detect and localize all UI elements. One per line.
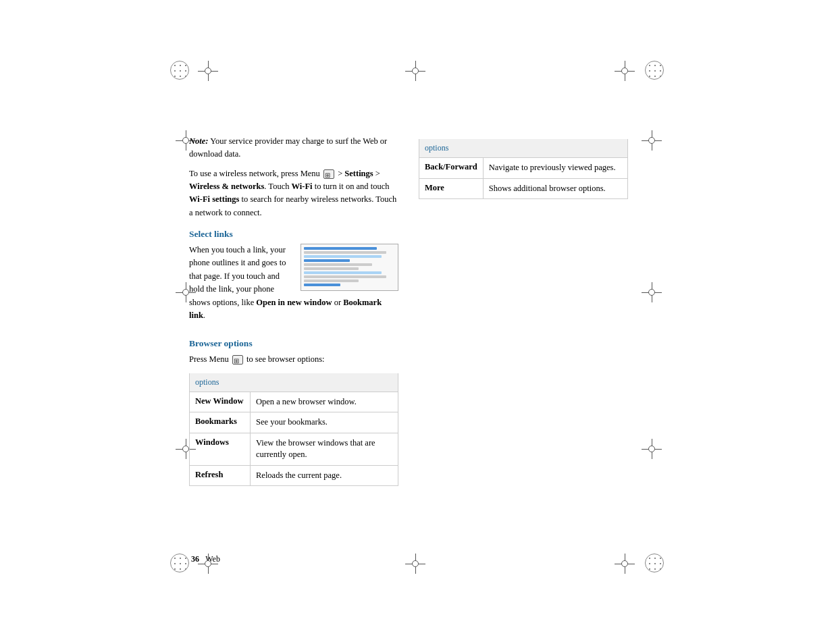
open-new-window-bold: Open in new window [256, 298, 332, 307]
page-container: Note: Your service provider may charge t… [0, 0, 834, 644]
table-row: More Shows additional browser options. [419, 178, 628, 199]
row-name: Windows [190, 433, 251, 465]
reg-mark-top-r [615, 61, 635, 81]
row-desc: See your bookmarks. [251, 412, 398, 433]
table-row: New Window Open a new browser window. [190, 392, 398, 412]
wireless-text: To use a wireless network, press Menu > … [189, 167, 398, 220]
settings-bold: Settings [344, 169, 373, 178]
row-name: Back/Forward [419, 158, 484, 179]
row-name: Refresh [190, 465, 251, 486]
table-header: options [190, 373, 398, 392]
reg-mark-bottom-m [405, 554, 425, 574]
wifi-bold: Wi-Fi [292, 182, 313, 191]
dot-cluster-br [645, 554, 664, 572]
page-number: 36 [191, 554, 199, 564]
right-options-table: options Back/Forward Navigate to previou… [419, 139, 628, 199]
row-desc: Open a new browser window. [251, 392, 398, 412]
browser-options-heading: Browser options [189, 338, 398, 349]
note-paragraph: Note: Your service provider may charge t… [189, 135, 398, 161]
reg-mark-mr1 [642, 282, 662, 302]
dot-cluster-tr [645, 61, 664, 80]
screenshot-thumbnail [301, 244, 398, 291]
browser-options-table: options New Window Open a new browser wi… [189, 373, 398, 487]
row-desc: Shows additional browser options. [483, 178, 627, 199]
browser-options-intro: Press Menu to see browser options: [189, 353, 398, 366]
note-body: Your service provider may charge to surf… [189, 136, 387, 159]
reg-mark-top-m [405, 61, 425, 81]
row-name: Bookmarks [190, 412, 251, 433]
table-header-row: options [190, 373, 398, 392]
reg-mark-br1 [642, 439, 662, 459]
row-desc: Navigate to previously viewed pages. [483, 158, 627, 179]
left-column: Note: Your service provider may charge t… [189, 135, 398, 486]
table-row: Back/Forward Navigate to previously view… [419, 158, 628, 179]
reg-mark-tr1 [642, 130, 662, 151]
row-desc: View the browser windows that are curren… [251, 433, 398, 465]
table-row: Windows View the browser windows that ar… [190, 433, 398, 465]
menu-icon-1 [323, 169, 334, 179]
row-name: New Window [190, 392, 251, 412]
row-desc: Reloads the current page. [251, 465, 398, 486]
select-links-heading: Select links [189, 229, 398, 240]
menu-icon-2 [232, 355, 243, 365]
right-column: options Back/Forward Navigate to previou… [419, 135, 628, 199]
wireless-bold: Wireless & networks [189, 182, 264, 191]
wifi-settings-bold: Wi-Fi settings [189, 194, 239, 204]
reg-mark-top-l [198, 61, 218, 81]
right-table-header: options [419, 139, 628, 158]
table-row: Bookmarks See your bookmarks. [190, 412, 398, 433]
right-table-header-row: options [419, 139, 628, 158]
select-links-content: When you touch a link, your phone outlin… [189, 244, 398, 329]
dot-cluster-tl [170, 61, 189, 80]
note-label: Note: [189, 136, 208, 146]
table-row: Refresh Reloads the current page. [190, 465, 398, 486]
dot-cluster-bl [170, 554, 189, 572]
row-name: More [419, 178, 484, 199]
reg-mark-bottom-r [615, 554, 635, 574]
